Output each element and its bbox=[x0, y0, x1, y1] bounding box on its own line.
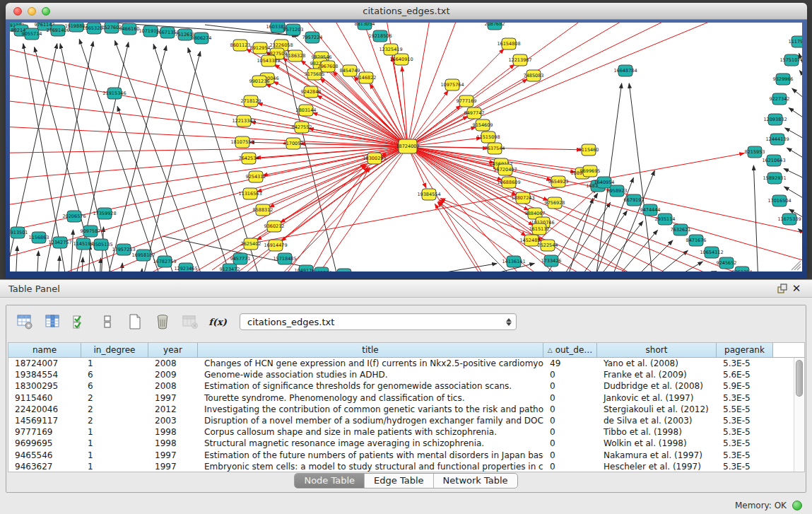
graph-edge bbox=[10, 146, 408, 153]
new-column-icon[interactable] bbox=[126, 313, 143, 330]
column-header-pagerank[interactable]: pagerank bbox=[717, 343, 773, 357]
delete-table-icon[interactable] bbox=[182, 313, 199, 330]
graph-node-label: 13505135 bbox=[89, 242, 112, 247]
column-header-label: short bbox=[646, 345, 668, 355]
graph-edge bbox=[81, 257, 83, 271]
table-cell: 0 bbox=[543, 404, 597, 414]
graph-edge bbox=[58, 256, 59, 271]
graph-node-label: 10975764 bbox=[440, 82, 464, 88]
table-cell: 5.3E-5 bbox=[717, 450, 773, 460]
graph-node-label: 4170052 bbox=[283, 141, 304, 146]
table-cell: 0 bbox=[543, 370, 597, 380]
table-row[interactable]: 1456911722003Disruption of a novel membe… bbox=[8, 415, 804, 426]
graph-node-label: 2087682 bbox=[485, 23, 505, 27]
graph-node-label: 9361354 bbox=[732, 269, 753, 271]
graph-node-label: 15720407 bbox=[493, 167, 517, 173]
minimize-window-button[interactable] bbox=[28, 7, 36, 16]
table-cell: 0 bbox=[543, 416, 597, 426]
graph-node-label: 1156863 bbox=[29, 235, 49, 240]
table-cell: 5.3E-5 bbox=[717, 416, 773, 426]
float-panel-icon[interactable] bbox=[775, 282, 789, 295]
graph-node-label: 18107559 bbox=[230, 139, 254, 145]
column-header-indegree[interactable]: in_degree bbox=[81, 343, 148, 357]
table-cell: Hescheler et al. (1997) bbox=[597, 462, 717, 472]
table-cell: 2 bbox=[81, 416, 148, 426]
table-cell: 1998 bbox=[148, 438, 198, 448]
graph-edge bbox=[408, 146, 802, 235]
graph-edge bbox=[317, 95, 408, 146]
table-cell: 18300295 bbox=[8, 381, 81, 391]
column-header-year[interactable]: year bbox=[148, 343, 198, 357]
tab-node-table[interactable]: Node Table bbox=[295, 474, 365, 488]
graph-node-label: 1733426 bbox=[541, 258, 562, 264]
network-view-frame: 1891212882147390557149761143276914061919… bbox=[6, 20, 807, 279]
select-columns-icon[interactable] bbox=[71, 313, 88, 330]
graph-node-label: 9146822 bbox=[356, 75, 377, 81]
table-cell: 1 bbox=[81, 438, 148, 448]
graph-edge bbox=[396, 264, 497, 271]
graph-node-label: 9097587 bbox=[81, 228, 101, 234]
graph-node-label: 9756928 bbox=[545, 200, 565, 206]
graph-node-label: 20206576 bbox=[62, 214, 86, 219]
function-builder-icon[interactable]: f(x) bbox=[209, 313, 226, 330]
tab-network-table[interactable]: Network Table bbox=[434, 474, 517, 488]
graph-node-label: 12325419 bbox=[379, 47, 402, 52]
delete-columns-icon[interactable] bbox=[154, 313, 171, 330]
graph-node-label: 9654923 bbox=[548, 179, 569, 185]
table-scrollbar[interactable] bbox=[794, 358, 804, 472]
table-cell: 1998 bbox=[148, 427, 198, 437]
graph-node-label: 8601123 bbox=[230, 42, 251, 48]
graph-node-label: 7642534 bbox=[239, 156, 259, 161]
table-select-dropdown[interactable]: citations_edges.txt bbox=[240, 313, 517, 330]
network-canvas[interactable]: 1891212882147390557149761143276914061919… bbox=[10, 23, 802, 271]
table-cell: Tourette syndrome. Phenomenology and cla… bbox=[198, 393, 543, 403]
column-header-label: out_de… bbox=[555, 345, 593, 355]
table-mode-icon[interactable] bbox=[16, 313, 33, 330]
show-columns-icon[interactable] bbox=[44, 313, 61, 330]
graph-node-label: 9227342 bbox=[770, 96, 790, 102]
table-row[interactable]: 977716911998Corpus callosum shape and si… bbox=[8, 426, 804, 438]
graph-node-label: 15892931 bbox=[763, 175, 786, 181]
table-row[interactable]: 2242004622012Investigating the contribut… bbox=[8, 404, 804, 415]
tab-edge-table[interactable]: Edge Table bbox=[365, 474, 433, 488]
table-cell: 9699695 bbox=[8, 438, 81, 448]
column-header-short[interactable]: short bbox=[597, 343, 717, 357]
table-row[interactable]: 1872400712008Changes of HCN gene express… bbox=[8, 358, 804, 369]
graph-node-label: 11515098 bbox=[476, 134, 500, 140]
network-window: citations_edges.txt 18912128821473905571… bbox=[6, 3, 807, 279]
node-table: namein_degreeyeartitle△out_de…shortpager… bbox=[8, 342, 805, 472]
table-cell: 5.9E-5 bbox=[717, 381, 773, 391]
table-cell: 6 bbox=[81, 370, 148, 380]
column-header-outde[interactable]: △out_de… bbox=[543, 343, 597, 357]
graph-edge bbox=[106, 46, 167, 271]
graph-node-label: 2967608 bbox=[318, 64, 339, 69]
graph-node-label: 8813054 bbox=[355, 23, 375, 27]
table-row[interactable]: 1830029562008Estimation of significance … bbox=[8, 380, 804, 392]
zoom-window-button[interactable] bbox=[42, 7, 50, 16]
selected-rows-icon[interactable] bbox=[99, 313, 116, 330]
table-row[interactable]: 911546021997Tourette syndrome. Phenomeno… bbox=[8, 392, 804, 404]
table-cell: de Silva et al. (2003) bbox=[597, 416, 717, 426]
sort-ascending-icon: △ bbox=[548, 346, 553, 354]
column-header-title[interactable]: title bbox=[198, 343, 543, 357]
column-header-name[interactable]: name bbox=[8, 343, 81, 357]
graph-node-label: 9571203 bbox=[283, 27, 304, 33]
graph-edge bbox=[402, 66, 408, 146]
window-title: citations_edges.txt bbox=[6, 3, 807, 19]
table-cell: 49 bbox=[543, 358, 597, 368]
window-titlebar[interactable]: citations_edges.txt bbox=[6, 3, 807, 20]
table-row[interactable]: 1938455462009Genome-wide association stu… bbox=[8, 369, 804, 380]
graph-node[interactable] bbox=[337, 269, 351, 271]
scrollbar-thumb[interactable] bbox=[796, 360, 803, 397]
dropdown-stepper-icon bbox=[506, 318, 513, 326]
table-row[interactable]: 946362711997Embryonic stem cells: a mode… bbox=[8, 461, 804, 472]
graph-edge bbox=[537, 189, 597, 242]
table-cell: 2008 bbox=[148, 358, 198, 368]
column-header-label: pagerank bbox=[724, 345, 765, 355]
table-row[interactable]: 969969511998Structural magnetic resonanc… bbox=[8, 438, 804, 449]
graph-node-label: 16210643 bbox=[762, 158, 785, 163]
close-window-button[interactable] bbox=[13, 7, 22, 16]
close-panel-icon[interactable]: ✕ bbox=[789, 282, 804, 295]
table-cell: 5.3E-5 bbox=[717, 358, 773, 368]
table-row[interactable]: 946554611997Estimation of the future num… bbox=[8, 450, 804, 461]
